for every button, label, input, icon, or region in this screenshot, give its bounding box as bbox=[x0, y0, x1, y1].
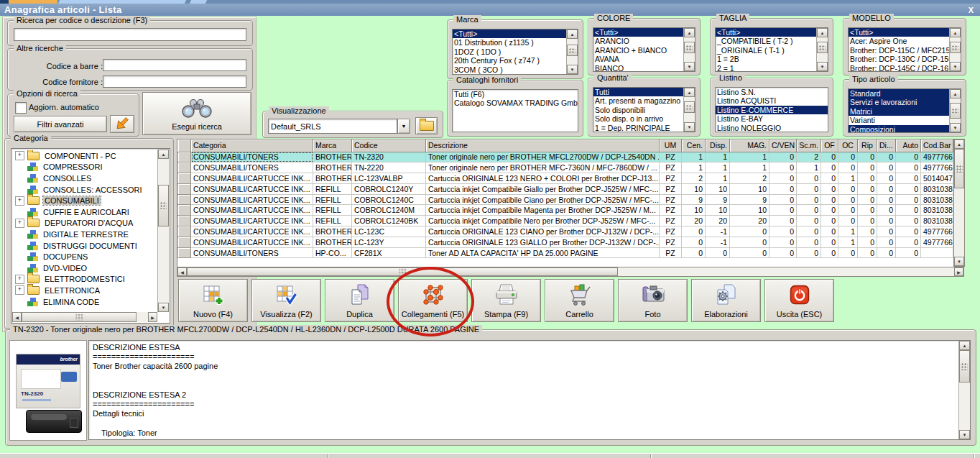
cell-scm[interactable]: 0 bbox=[797, 247, 821, 258]
list-item[interactable]: Brother: DCP-145C / DCP-165 bbox=[849, 64, 949, 71]
row-selector-cell[interactable] bbox=[178, 216, 191, 226]
cell-mag[interactable]: 20 bbox=[730, 216, 769, 226]
col-disp[interactable]: Disp. bbox=[706, 139, 730, 152]
row-selector-cell[interactable] bbox=[178, 247, 191, 258]
cell-cen[interactable]: 0 bbox=[682, 247, 706, 258]
cell-um[interactable]: PZ bbox=[660, 205, 682, 216]
list-item[interactable]: <Tutti> bbox=[453, 29, 566, 38]
scroll-down-button[interactable]: ▼ bbox=[959, 430, 970, 439]
col-auto[interactable]: Auto bbox=[896, 139, 921, 152]
cell-cven[interactable]: 0 bbox=[769, 216, 797, 226]
cell-of[interactable]: 0 bbox=[821, 194, 838, 205]
cell-codice[interactable]: LC-123Y bbox=[352, 237, 426, 247]
table-row[interactable]: CONSUMABILI/TONERS HP-CO... CF281X Toner… bbox=[178, 247, 953, 258]
cell-categoria[interactable]: CONSUMABILI/CARTUCCE INK... bbox=[191, 173, 313, 184]
scrollbar-track[interactable] bbox=[817, 37, 828, 62]
list-item[interactable]: Solo disponibili bbox=[593, 106, 683, 114]
cell-cen[interactable]: 9 bbox=[682, 194, 706, 205]
cell-scm[interactable]: 2 bbox=[797, 152, 821, 162]
cell-codbar[interactable]: 4977766 bbox=[921, 226, 953, 237]
cell-disp[interactable]: 20 bbox=[706, 216, 730, 226]
cell-oc[interactable]: 0 bbox=[838, 162, 858, 173]
tree-scroll-up-button[interactable]: ▲ bbox=[158, 150, 169, 159]
cell-cven[interactable]: 0 bbox=[769, 237, 797, 247]
expand-plus-box[interactable]: + bbox=[15, 219, 24, 228]
expand-plus-box[interactable]: + bbox=[15, 275, 24, 284]
tree-item[interactable]: + ELETTRODOMESTICI bbox=[12, 274, 156, 285]
cell-of[interactable]: 0 bbox=[821, 237, 838, 247]
cell-di[interactable]: 0 bbox=[877, 226, 896, 237]
cell-descrizione[interactable]: Cartuccia ORIGINALE 123 NERO + COLORI pe… bbox=[426, 173, 660, 184]
cell-di[interactable]: 0 bbox=[877, 194, 896, 205]
col-selector[interactable] bbox=[178, 139, 191, 152]
toolbar-button-elaborazioni[interactable]: Elaborazioni bbox=[691, 279, 761, 322]
cell-codice[interactable]: LC-123VALBP bbox=[352, 173, 426, 184]
col-codice[interactable]: Codice bbox=[352, 139, 426, 152]
cell-oc[interactable]: 0 bbox=[838, 216, 858, 226]
list-item[interactable]: <Tutti> bbox=[716, 28, 816, 37]
list-item[interactable]: Tutti (F6) bbox=[453, 90, 578, 99]
list-item[interactable]: 20th Century Fox ( z747 ) bbox=[453, 56, 566, 65]
cell-mag[interactable]: 2 bbox=[730, 173, 769, 184]
cell-auto[interactable]: 0 bbox=[896, 194, 921, 205]
table-scrollbar-thumb[interactable] bbox=[954, 149, 964, 188]
col-oc[interactable]: OC bbox=[838, 139, 858, 152]
toolbar-button-nuovo[interactable]: Nuovo (F4) bbox=[178, 279, 248, 322]
cell-oc[interactable]: 1 bbox=[838, 237, 858, 247]
cell-of[interactable]: 0 bbox=[821, 247, 838, 258]
scrollbar-thumb[interactable] bbox=[684, 42, 695, 53]
cell-cven[interactable]: 0 bbox=[769, 226, 797, 237]
row-selector-cell[interactable] bbox=[178, 226, 191, 237]
cell-oc[interactable]: 0 bbox=[838, 183, 858, 194]
cell-marca[interactable]: REFILL bbox=[313, 216, 352, 226]
cell-cen[interactable]: 2 bbox=[682, 173, 706, 184]
list-item[interactable]: Catalogo SOVAMAX TRADING GmbH bbox=[453, 99, 578, 107]
cell-rip[interactable]: 0 bbox=[858, 194, 877, 205]
scroll-down-button[interactable]: ▼ bbox=[817, 62, 828, 71]
row-selector-cell[interactable] bbox=[178, 173, 191, 184]
scrollbar-track[interactable] bbox=[567, 39, 578, 65]
col-categoria[interactable]: Categoria bbox=[191, 139, 313, 152]
list-item[interactable]: 3COM ( 3CO ) bbox=[453, 65, 566, 74]
cell-descrizione[interactable]: Cartuccia inkjet Compatibile Ciano per B… bbox=[426, 194, 660, 205]
toolbar-button-stampa[interactable]: Stampa (F9) bbox=[471, 279, 541, 322]
list-item[interactable]: Brother: DCP-115C / MFC215C bbox=[849, 46, 949, 55]
list-item[interactable]: Listino S.N. bbox=[716, 88, 828, 96]
list-item[interactable]: 2 = 1 bbox=[716, 64, 816, 71]
cell-mag[interactable]: 0 bbox=[730, 247, 769, 258]
tree-scroll-right-button[interactable]: ▶ bbox=[148, 312, 157, 322]
close-button[interactable]: X bbox=[966, 6, 976, 14]
cell-disp[interactable]: 9 bbox=[706, 194, 730, 205]
barcode-input[interactable] bbox=[103, 59, 246, 71]
list-item[interactable]: Varianti bbox=[849, 116, 949, 124]
cell-codbar[interactable]: 4977766 bbox=[921, 237, 953, 247]
table-row[interactable]: CONSUMABILI/CARTUCCE INK... BROTHER LC-1… bbox=[178, 237, 953, 247]
cell-cven[interactable]: 0 bbox=[769, 205, 797, 216]
scrollbar-track[interactable] bbox=[684, 37, 695, 62]
row-selector-cell[interactable] bbox=[178, 205, 191, 216]
cell-marca[interactable]: BROTHER bbox=[313, 173, 352, 184]
cell-marca[interactable]: HP-CO... bbox=[313, 247, 352, 258]
cell-scm[interactable]: 0 bbox=[797, 183, 821, 194]
combobox-dropdown-button[interactable]: ▼ bbox=[397, 119, 410, 134]
col-marca[interactable]: Marca bbox=[313, 139, 352, 152]
cell-descrizione[interactable]: Toner originale nero per BROTHER MFC-736… bbox=[426, 162, 660, 173]
cell-disp[interactable]: 0 bbox=[706, 247, 730, 258]
cell-scm[interactable]: 0 bbox=[797, 205, 821, 216]
cell-marca[interactable]: BROTHER bbox=[313, 162, 352, 173]
cell-of[interactable]: 0 bbox=[821, 173, 838, 184]
col-codbar[interactable]: Cod.Bar bbox=[921, 139, 953, 152]
cell-di[interactable]: 0 bbox=[877, 173, 896, 184]
cell-rip[interactable]: 0 bbox=[858, 216, 877, 226]
cell-di[interactable]: 0 bbox=[877, 183, 896, 194]
scrollbar-track[interactable] bbox=[684, 97, 695, 122]
cell-cven[interactable]: 0 bbox=[769, 152, 797, 162]
cell-di[interactable]: 0 bbox=[877, 205, 896, 216]
cell-cen[interactable]: 10 bbox=[682, 183, 706, 194]
cell-cven[interactable]: 0 bbox=[769, 194, 797, 205]
cell-auto[interactable]: 0 bbox=[896, 226, 921, 237]
cell-marca[interactable]: BROTHER bbox=[313, 237, 352, 247]
cell-auto[interactable]: 0 bbox=[896, 216, 921, 226]
cell-auto[interactable]: 0 bbox=[896, 205, 921, 216]
cell-categoria[interactable]: CONSUMABILI/TONERS bbox=[191, 162, 313, 173]
